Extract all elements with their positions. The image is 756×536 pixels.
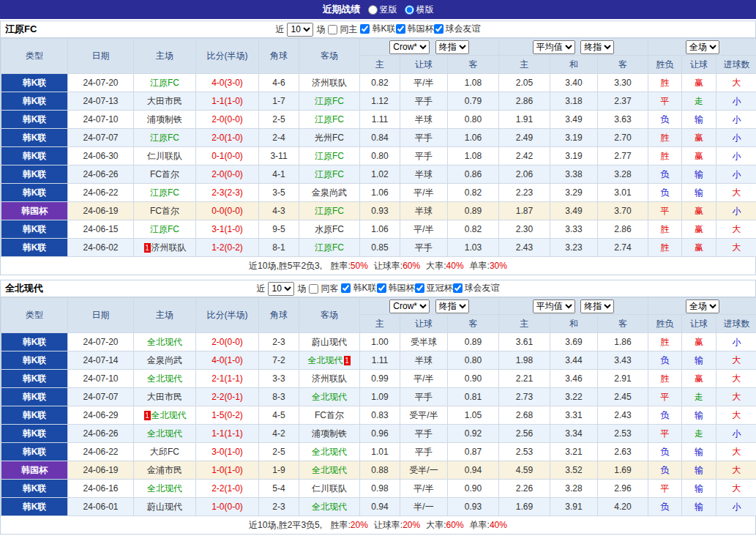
europe-odds: 2.63 [598,443,648,461]
page-title: 近期战绩 [323,3,361,16]
result-value: 小 [716,92,756,111]
league-checkbox[interactable] [396,24,405,34]
handicap-odds: 1.01 [360,443,400,461]
average-select[interactable]: 平均值 [533,40,575,54]
col-result-wdl: 胜负 [648,56,682,74]
final-index-select[interactable]: 终指 [580,40,614,54]
team-name: 水原FC [315,224,344,234]
jeonbuk-hyundai-section: 全北现代 近 10 场 同客 韩K联韩国杯亚冠杯球会友谊 类型 日期 主场 比分… [0,280,756,535]
score: 1-0(0-0) [196,498,259,516]
team-name: 浦项制铁 [147,114,182,124]
team-name: 大邱FC [150,447,179,457]
competition-type: 韩国杯 [1,202,68,220]
final-index-select[interactable]: 终指 [580,299,614,313]
match-row: 韩K联24-07-20江原FC4-0(3-0)4-6济州联队0.82平/半1.0… [1,74,756,92]
col-ah-home: 主 [360,56,400,74]
team-name: 济州联队 [312,373,347,384]
same-venue-filter[interactable]: 同客 [309,283,338,295]
average-select[interactable]: 平均值 [533,299,575,313]
handicap-odds: 0.85 [360,239,400,257]
match-count-select[interactable]: 10 [287,23,313,37]
league-checkbox[interactable] [360,24,370,34]
league-filter[interactable]: 球会友谊 [434,23,481,35]
league-checkbox[interactable] [341,283,351,293]
handicap-odds: 0.99 [360,370,400,388]
europe-odds: 3.18 [550,92,598,111]
competition-type: 韩K联 [1,351,68,370]
corner-count: 3-11 [259,147,299,165]
same-venue-checkbox[interactable] [328,25,337,34]
team-title: 全北现代 [5,282,166,295]
match-table-body: 韩K联24-07-20全北现代2-0(0-0)2-3蔚山现代1.00受半球0.8… [1,333,756,516]
result-value: 赢 [682,74,716,92]
corner-count: 2-5 [259,111,299,129]
europe-odds: 2.53 [499,443,550,461]
bookmaker-select[interactable]: Crow* [389,299,430,313]
competition-type: 韩K联 [1,370,68,388]
same-venue-checkbox[interactable] [309,284,318,294]
europe-odds: 3.33 [550,220,598,239]
europe-odds: 2.26 [499,480,550,498]
result-value: 赢 [682,129,716,147]
score: 4-0(3-0) [196,74,259,92]
match-row: 韩K联24-06-16全北现代2-2(1-0)5-4仁川联队0.98平/半0.9… [1,480,756,498]
final-index-select[interactable]: 终指 [435,299,469,313]
league-checkbox[interactable] [415,283,424,293]
result-header: 全场 [648,298,756,315]
europe-odds: 2.37 [598,92,648,111]
vertical-radio[interactable] [368,5,378,15]
stat-value: 20% [351,520,368,530]
result-value: 平 [648,92,682,111]
league-checkbox[interactable] [434,24,444,34]
league-filter[interactable]: 韩K联 [341,282,376,294]
competition-type: 韩K联 [1,129,68,147]
same-venue-filter[interactable]: 同主 [328,23,357,36]
league-filter[interactable]: 韩国杯 [396,23,434,35]
bookmaker-select[interactable]: Crow* [389,40,430,54]
team-cell: 水原FC [299,220,360,239]
handicap-odds: 1.05 [448,406,499,425]
final-index-select[interactable]: 终指 [435,40,469,54]
result-value: 小 [716,202,756,220]
match-date: 24-07-14 [68,351,134,370]
league-filter[interactable]: 亚冠杯 [415,282,453,294]
stat-value: 60% [403,261,420,271]
result-value: 输 [682,111,716,129]
result-value: 胜 [648,370,682,388]
col-home: 主场 [134,298,196,333]
handicap-odds-header: Crow* 终指 [360,39,499,56]
league-filter[interactable]: 韩K联 [360,23,395,35]
summary-prefix: 近10场,胜2平3负5, [249,520,322,530]
team-name: 济州联队 [312,78,347,88]
team-name: 全北现代 [147,373,182,384]
team-name: 全北现代 [147,428,182,439]
result-value: 输 [682,406,716,425]
horizontal-radio[interactable] [405,5,414,15]
handicap-odds: 0.79 [448,92,499,111]
fullmatch-select[interactable]: 全场 [686,299,719,313]
handicap-odds: 半/一 [400,498,448,516]
handicap-odds: 0.82 [448,220,499,239]
result-value: 赢 [682,147,716,165]
result-value: 负 [648,461,682,480]
fullmatch-select[interactable]: 全场 [686,40,719,54]
europe-odds: 2.56 [499,425,550,443]
team-name: 仁川联队 [312,483,347,494]
score: 1-2(0-2) [196,239,259,257]
league-checkbox[interactable] [377,283,386,293]
layout-horizontal-option[interactable]: 横版 [405,4,434,16]
competition-type: 韩K联 [1,443,68,461]
team-name: 全北现代 [147,483,182,494]
corner-count: 2-3 [259,498,299,516]
handicap-odds: 0.96 [360,425,400,443]
league-checkbox[interactable] [453,283,463,293]
score: 0-1(0-0) [196,147,259,165]
match-date: 24-07-20 [68,333,134,351]
match-count-select[interactable]: 10 [268,282,294,296]
league-filter[interactable]: 球会友谊 [453,282,500,294]
result-value: 负 [648,443,682,461]
col-corner: 角球 [259,298,299,333]
col-eu-away: 客 [598,56,648,74]
layout-vertical-option[interactable]: 竖版 [368,4,397,16]
league-filter[interactable]: 韩国杯 [377,282,415,294]
